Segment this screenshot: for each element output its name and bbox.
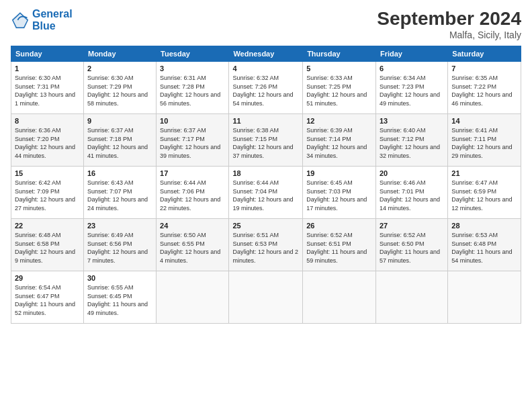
day-cell-7: 7 Sunrise: 6:35 AMSunset: 7:22 PMDayligh… <box>448 62 521 114</box>
day-number: 6 <box>380 64 444 73</box>
day-info: Sunrise: 6:37 AMSunset: 7:17 PMDaylight:… <box>160 127 220 159</box>
day-number: 7 <box>451 64 517 73</box>
page-header: General Blue September 2024 Malfa, Sicil… <box>11 8 521 40</box>
day-cell-3: 3 Sunrise: 6:31 AMSunset: 7:28 PMDayligh… <box>157 62 229 114</box>
day-info: Sunrise: 6:47 AMSunset: 6:59 PMDaylight:… <box>451 179 512 212</box>
day-cell-5: 5 Sunrise: 6:33 AMSunset: 7:25 PMDayligh… <box>303 62 376 114</box>
day-number: 17 <box>160 169 225 177</box>
day-cell-6: 6 Sunrise: 6:34 AMSunset: 7:23 PMDayligh… <box>375 62 447 114</box>
day-info: Sunrise: 6:31 AMSunset: 7:28 PMDaylight:… <box>160 75 220 107</box>
day-number: 12 <box>306 117 372 125</box>
day-info: Sunrise: 6:48 AMSunset: 6:58 PMDaylight:… <box>15 232 75 264</box>
day-number: 26 <box>306 222 372 230</box>
logo-icon <box>11 11 30 30</box>
day-cell-1: 1 Sunrise: 6:30 AMSunset: 7:31 PMDayligh… <box>11 62 84 114</box>
col-thursday: Thursday <box>303 46 376 62</box>
day-cell-23: 23 Sunrise: 6:49 AMSunset: 6:56 PMDaylig… <box>83 219 156 271</box>
day-cell-13: 13 Sunrise: 6:40 AMSunset: 7:12 PMDaylig… <box>375 114 447 167</box>
day-info: Sunrise: 6:34 AMSunset: 7:23 PMDaylight:… <box>380 75 440 107</box>
logo-text: General Blue <box>32 8 73 32</box>
day-number: 8 <box>15 117 80 125</box>
day-info: Sunrise: 6:44 AMSunset: 7:04 PMDaylight:… <box>232 179 293 212</box>
day-cell-9: 9 Sunrise: 6:37 AMSunset: 7:18 PMDayligh… <box>83 114 156 167</box>
day-cell-12: 12 Sunrise: 6:39 AMSunset: 7:14 PMDaylig… <box>303 114 376 167</box>
day-info: Sunrise: 6:40 AMSunset: 7:12 PMDaylight:… <box>380 127 440 159</box>
subtitle: Malfa, Sicily, Italy <box>377 30 521 40</box>
day-number: 21 <box>451 169 517 177</box>
day-cell-27: 27 Sunrise: 6:52 AMSunset: 6:50 PMDaylig… <box>375 219 447 271</box>
day-number: 25 <box>232 222 299 230</box>
day-info: Sunrise: 6:50 AMSunset: 6:55 PMDaylight:… <box>160 232 220 264</box>
empty-cell <box>375 271 447 324</box>
empty-cell <box>157 271 229 324</box>
logo: General Blue <box>11 8 73 32</box>
day-number: 28 <box>451 222 517 230</box>
day-cell-29: 29 Sunrise: 6:54 AMSunset: 6:47 PMDaylig… <box>11 271 84 324</box>
day-number: 15 <box>15 169 80 177</box>
week-row-4: 22 Sunrise: 6:48 AMSunset: 6:58 PMDaylig… <box>11 219 521 271</box>
day-info: Sunrise: 6:44 AMSunset: 7:06 PMDaylight:… <box>160 179 220 212</box>
col-tuesday: Tuesday <box>157 46 229 62</box>
day-info: Sunrise: 6:43 AMSunset: 7:07 PMDaylight:… <box>87 179 148 212</box>
empty-cell <box>448 271 521 324</box>
day-info: Sunrise: 6:54 AMSunset: 6:47 PMDaylight:… <box>15 284 75 316</box>
day-number: 1 <box>15 64 80 73</box>
day-info: Sunrise: 6:46 AMSunset: 7:01 PMDaylight:… <box>380 179 440 212</box>
day-number: 23 <box>87 222 152 230</box>
day-number: 29 <box>15 274 80 282</box>
day-cell-14: 14 Sunrise: 6:41 AMSunset: 7:11 PMDaylig… <box>448 114 521 167</box>
col-sunday: Sunday <box>11 46 84 62</box>
day-cell-25: 25 Sunrise: 6:51 AMSunset: 6:53 PMDaylig… <box>229 219 303 271</box>
week-row-2: 8 Sunrise: 6:36 AMSunset: 7:20 PMDayligh… <box>11 114 521 167</box>
day-info: Sunrise: 6:38 AMSunset: 7:15 PMDaylight:… <box>232 127 293 159</box>
day-number: 22 <box>15 222 80 230</box>
day-number: 24 <box>160 222 225 230</box>
day-number: 16 <box>87 169 152 177</box>
day-number: 3 <box>160 64 225 73</box>
day-number: 5 <box>306 64 372 73</box>
day-cell-24: 24 Sunrise: 6:50 AMSunset: 6:55 PMDaylig… <box>157 219 229 271</box>
day-info: Sunrise: 6:39 AMSunset: 7:14 PMDaylight:… <box>306 127 367 159</box>
day-number: 2 <box>87 64 152 73</box>
day-cell-10: 10 Sunrise: 6:37 AMSunset: 7:17 PMDaylig… <box>157 114 229 167</box>
empty-cell <box>303 271 376 324</box>
col-saturday: Saturday <box>448 46 521 62</box>
day-info: Sunrise: 6:36 AMSunset: 7:20 PMDaylight:… <box>15 127 75 159</box>
week-row-1: 1 Sunrise: 6:30 AMSunset: 7:31 PMDayligh… <box>11 62 521 114</box>
day-info: Sunrise: 6:53 AMSunset: 6:48 PMDaylight:… <box>451 232 512 264</box>
calendar-table: Sunday Monday Tuesday Wednesday Thursday… <box>11 46 521 324</box>
day-cell-4: 4 Sunrise: 6:32 AMSunset: 7:26 PMDayligh… <box>229 62 303 114</box>
week-row-3: 15 Sunrise: 6:42 AMSunset: 7:09 PMDaylig… <box>11 167 521 219</box>
day-info: Sunrise: 6:35 AMSunset: 7:22 PMDaylight:… <box>451 75 512 107</box>
day-cell-19: 19 Sunrise: 6:45 AMSunset: 7:03 PMDaylig… <box>303 167 376 219</box>
day-cell-20: 20 Sunrise: 6:46 AMSunset: 7:01 PMDaylig… <box>375 167 447 219</box>
day-info: Sunrise: 6:37 AMSunset: 7:18 PMDaylight:… <box>87 127 148 159</box>
main-title: September 2024 <box>377 8 521 30</box>
day-info: Sunrise: 6:30 AMSunset: 7:29 PMDaylight:… <box>87 75 148 107</box>
day-info: Sunrise: 6:55 AMSunset: 6:45 PMDaylight:… <box>87 284 148 316</box>
day-cell-28: 28 Sunrise: 6:53 AMSunset: 6:48 PMDaylig… <box>448 219 521 271</box>
day-number: 27 <box>380 222 444 230</box>
day-number: 20 <box>380 169 444 177</box>
day-cell-8: 8 Sunrise: 6:36 AMSunset: 7:20 PMDayligh… <box>11 114 84 167</box>
col-wednesday: Wednesday <box>229 46 303 62</box>
day-cell-16: 16 Sunrise: 6:43 AMSunset: 7:07 PMDaylig… <box>83 167 156 219</box>
day-info: Sunrise: 6:52 AMSunset: 6:50 PMDaylight:… <box>380 232 440 264</box>
day-number: 11 <box>232 117 299 125</box>
day-info: Sunrise: 6:33 AMSunset: 7:25 PMDaylight:… <box>306 75 367 107</box>
day-number: 13 <box>380 117 444 125</box>
day-cell-18: 18 Sunrise: 6:44 AMSunset: 7:04 PMDaylig… <box>229 167 303 219</box>
day-number: 18 <box>232 169 299 177</box>
day-info: Sunrise: 6:49 AMSunset: 6:56 PMDaylight:… <box>87 232 148 264</box>
day-info: Sunrise: 6:41 AMSunset: 7:11 PMDaylight:… <box>451 127 512 159</box>
day-number: 4 <box>232 64 299 73</box>
title-block: September 2024 Malfa, Sicily, Italy <box>377 8 521 40</box>
week-row-5: 29 Sunrise: 6:54 AMSunset: 6:47 PMDaylig… <box>11 271 521 324</box>
day-info: Sunrise: 6:52 AMSunset: 6:51 PMDaylight:… <box>306 232 367 264</box>
day-number: 19 <box>306 169 372 177</box>
day-number: 9 <box>87 117 152 125</box>
day-info: Sunrise: 6:32 AMSunset: 7:26 PMDaylight:… <box>232 75 293 107</box>
day-cell-30: 30 Sunrise: 6:55 AMSunset: 6:45 PMDaylig… <box>83 271 156 324</box>
day-info: Sunrise: 6:51 AMSunset: 6:53 PMDaylight:… <box>232 232 298 264</box>
day-cell-15: 15 Sunrise: 6:42 AMSunset: 7:09 PMDaylig… <box>11 167 84 219</box>
